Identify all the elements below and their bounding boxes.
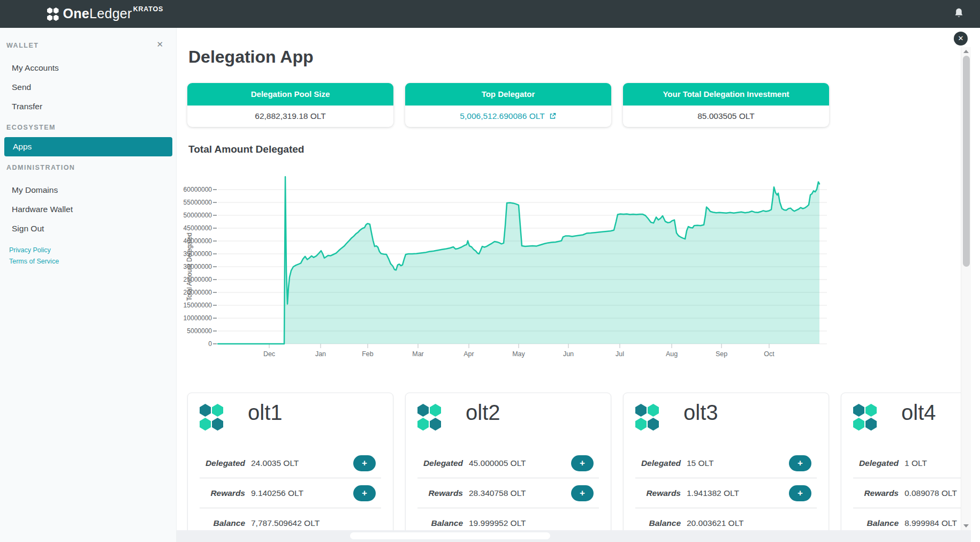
sidebar-section-label: ECOSYSTEM bbox=[6, 124, 176, 132]
horizontal-scrollbar-thumb[interactable] bbox=[350, 532, 550, 539]
validator-row-rewards: Rewards0.089078 OLT bbox=[841, 478, 961, 508]
rewards-value: 1.941382 OLT bbox=[687, 488, 739, 498]
validator-rows: Delegated45.000005 OLT+Rewards28.340758 … bbox=[406, 448, 611, 530]
balance-value: 19.999952 OLT bbox=[469, 518, 526, 528]
stat-card-header: Your Total Delegation Investment bbox=[623, 83, 829, 106]
x-tick-label: Jun bbox=[563, 350, 574, 358]
sidebar-item-transfer[interactable]: Transfer bbox=[12, 97, 176, 116]
validator-card-olt1: olt1Delegated24.0035 OLT+Rewards9.140256… bbox=[187, 393, 393, 530]
balance-label: Balance bbox=[624, 518, 681, 528]
balance-value: 7,787.509642 OLT bbox=[251, 518, 320, 528]
validator-hex-logo-icon bbox=[635, 404, 659, 431]
main-content: Delegation App Delegation Pool Size62,88… bbox=[177, 28, 961, 530]
y-tick-label: 45000000 bbox=[184, 224, 212, 232]
page-title: Delegation App bbox=[188, 47, 313, 67]
x-tick-label: Sep bbox=[716, 350, 727, 358]
x-tick-label: Aug bbox=[666, 350, 678, 358]
rewards-value: 28.340758 OLT bbox=[469, 488, 526, 498]
footer-link-privacy-policy[interactable]: Privacy Policy bbox=[9, 245, 176, 256]
validator-card-olt4: olt4Delegated1 OLTRewards0.089078 OLTBal… bbox=[841, 393, 961, 530]
stat-card-header: Top Delegator bbox=[405, 83, 611, 106]
validator-rows: Delegated24.0035 OLT+Rewards9.140256 OLT… bbox=[188, 448, 393, 530]
add-delegated-button[interactable]: + bbox=[789, 455, 811, 471]
horizontal-scrollbar[interactable] bbox=[177, 530, 971, 542]
y-tick-label: 60000000 bbox=[184, 186, 212, 193]
sidebar-item-hardware-wallet[interactable]: Hardware Wallet bbox=[12, 200, 176, 219]
validator-name: olt3 bbox=[683, 401, 718, 425]
validator-name: olt4 bbox=[901, 401, 936, 425]
rewards-label: Rewards bbox=[624, 488, 681, 498]
delegated-label: Delegated bbox=[841, 458, 899, 468]
validator-rows: Delegated15 OLT+Rewards1.941382 OLT+Bala… bbox=[624, 448, 829, 530]
sidebar-close-icon[interactable]: ✕ bbox=[156, 40, 163, 49]
stat-card-your-total-delegation-investment: Your Total Delegation Investment85.00350… bbox=[623, 83, 829, 127]
rewards-label: Rewards bbox=[841, 488, 899, 498]
add-delegated-button[interactable]: + bbox=[571, 455, 594, 471]
sidebar-item-my-accounts[interactable]: My Accounts bbox=[12, 58, 176, 78]
stat-card-value[interactable]: 5,006,512.690086 OLT bbox=[405, 106, 611, 127]
validator-card-olt3: olt3Delegated15 OLT+Rewards1.941382 OLT+… bbox=[623, 393, 829, 530]
stat-value-text[interactable]: 5,006,512.690086 OLT bbox=[460, 111, 544, 121]
validator-row-rewards: Rewards28.340758 OLT+ bbox=[406, 478, 611, 508]
validator-rows: Delegated1 OLTRewards0.089078 OLTBalance… bbox=[841, 448, 961, 530]
stat-value-text: 85.003505 OLT bbox=[697, 111, 755, 121]
stat-card-value: 62,882,319.18 OLT bbox=[187, 106, 393, 127]
sidebar-item-apps[interactable]: Apps bbox=[4, 137, 172, 156]
add-rewards-button[interactable]: + bbox=[353, 485, 376, 501]
validator-row-delegated: Delegated45.000005 OLT+ bbox=[406, 448, 611, 478]
balance-value: 20.003621 OLT bbox=[687, 518, 744, 528]
oneledger-hex-logo-icon bbox=[47, 7, 59, 21]
y-tick-label: 10000000 bbox=[184, 314, 212, 322]
brand-kratos-label: KRATOS bbox=[133, 5, 163, 13]
rewards-label: Rewards bbox=[188, 488, 245, 498]
total-amount-delegated-chart: 0500000010000000150000002000000025000000… bbox=[182, 151, 846, 365]
rewards-value: 9.140256 OLT bbox=[251, 488, 303, 498]
delegated-value: 15 OLT bbox=[687, 458, 714, 468]
y-tick-label: 15000000 bbox=[184, 302, 212, 309]
validator-name: olt1 bbox=[248, 401, 283, 425]
sidebar-section-label: WALLET bbox=[6, 42, 176, 50]
rewards-label: Rewards bbox=[406, 488, 463, 498]
x-tick-label: Jan bbox=[315, 350, 326, 358]
vertical-scrollbar-thumb[interactable] bbox=[963, 56, 970, 267]
validator-hex-logo-icon bbox=[200, 404, 223, 431]
sidebar-item-send[interactable]: Send bbox=[12, 78, 176, 97]
rewards-value: 0.089078 OLT bbox=[905, 488, 957, 498]
brand-logo: OneLedger KRATOS bbox=[47, 5, 163, 22]
top-navbar: OneLedger KRATOS bbox=[0, 0, 980, 28]
sidebar-item-my-domains[interactable]: My Domains bbox=[12, 180, 176, 200]
validator-row-rewards: Rewards9.140256 OLT+ bbox=[188, 478, 393, 508]
external-link-icon[interactable] bbox=[549, 112, 557, 120]
balance-value: 8.999984 OLT bbox=[905, 518, 957, 528]
delegated-label: Delegated bbox=[406, 458, 463, 468]
delegated-value: 45.000005 OLT bbox=[469, 458, 526, 468]
vertical-scrollbar[interactable] bbox=[961, 47, 971, 530]
x-tick-label: Dec bbox=[263, 350, 275, 358]
brand-name: OneLedger bbox=[63, 5, 132, 22]
scroll-down-arrow-icon[interactable] bbox=[963, 524, 969, 528]
delegated-value: 24.0035 OLT bbox=[251, 458, 299, 468]
scroll-up-arrow-icon[interactable] bbox=[963, 50, 969, 53]
sidebar-item-sign-out[interactable]: Sign Out bbox=[12, 219, 176, 238]
stat-card-value: 85.003505 OLT bbox=[623, 106, 829, 127]
validator-row-delegated: Delegated15 OLT+ bbox=[624, 448, 829, 478]
notifications-bell-icon[interactable] bbox=[953, 7, 964, 20]
balance-label: Balance bbox=[406, 518, 463, 528]
add-rewards-button[interactable]: + bbox=[789, 485, 811, 501]
x-tick-label: Feb bbox=[362, 350, 374, 358]
stat-card-delegation-pool-size: Delegation Pool Size62,882,319.18 OLT bbox=[187, 83, 393, 127]
panel-close-button[interactable]: ✕ bbox=[954, 32, 968, 46]
sidebar-section-label: ADMINISTRATION bbox=[6, 164, 176, 172]
x-tick-label: Jul bbox=[616, 350, 624, 358]
sidebar: ✕ WALLETMy AccountsSendTransferECOSYSTEM… bbox=[0, 28, 177, 542]
validator-row-balance: Balance19.999952 OLT bbox=[406, 508, 611, 530]
validator-name: olt2 bbox=[466, 401, 500, 425]
validator-row-delegated: Delegated1 OLT bbox=[841, 448, 961, 478]
delegated-label: Delegated bbox=[188, 458, 245, 468]
x-tick-label: Apr bbox=[464, 350, 474, 358]
delegated-value: 1 OLT bbox=[905, 458, 927, 468]
footer-link-terms-of-service[interactable]: Terms of Service bbox=[9, 256, 176, 267]
y-tick-label: 50000000 bbox=[184, 212, 212, 219]
add-delegated-button[interactable]: + bbox=[353, 455, 376, 471]
add-rewards-button[interactable]: + bbox=[571, 485, 594, 501]
